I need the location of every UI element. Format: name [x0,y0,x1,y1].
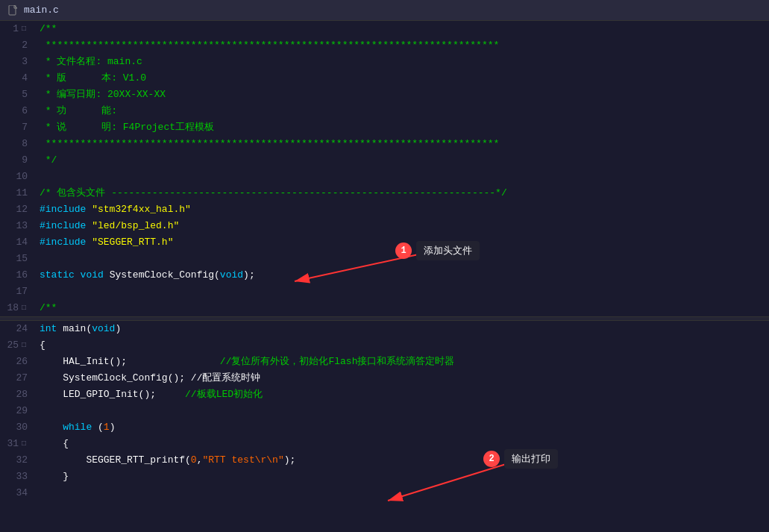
token: #include [40,204,92,215]
token: } [40,471,69,482]
token: ); [284,454,296,466]
line-code: #include "led/bsp_led.h" [34,218,769,234]
token: ) [110,422,116,433]
token: int [40,323,57,334]
code-line: 17 [0,284,769,300]
token: * 版 本: V1.0 [40,72,146,84]
line-number: 33 [0,469,34,485]
line-number: 10 [0,169,34,185]
line-code: * 功 能: [34,103,769,119]
token: ); [243,269,255,281]
code-line: 11/* 包含头文件 -----------------------------… [0,185,769,201]
token: { [40,438,69,449]
line-number: 1□ [0,21,34,37]
annotation-ann2: 2输出打印 [483,449,558,469]
code-line: 5 * 编写日期: 20XX-XX-XX [0,87,769,103]
line-code: /** [34,21,769,37]
code-line: 6 * 功 能: [0,103,769,119]
line-code: /* 包含头文件 -------------------------------… [34,185,769,201]
code-line: 32 SEGGER_RTT_printf(0,"RTT test\r\n"); [0,452,769,469]
line-code: { [34,337,769,354]
annotation-label: 添加头文件 [416,241,480,260]
line-number: 3 [0,54,34,70]
line-number: 5 [0,87,34,103]
token: SystemClock_Config( [104,269,220,281]
code-line: 1□/** [0,21,769,37]
line-code: SEGGER_RTT_printf(0,"RTT test\r\n"); [34,452,769,469]
line-code [34,485,769,501]
token: //板载LED初始化 [185,389,263,400]
line-number: 2 [0,37,34,54]
line-number: 31□ [0,436,34,452]
code-line: 28 LED_GPIO_Init(); //板载LED初始化 [0,387,769,403]
annotation-badge: 1 [395,242,412,259]
line-number: 6 [0,103,34,119]
collapse-icon[interactable]: □ [20,440,28,448]
token: "RTT test\r\n" [202,454,283,466]
code-line: 8 **************************************… [0,136,769,152]
token: */ [40,154,57,166]
code-line: 33 } [0,469,769,485]
line-code: LED_GPIO_Init(); //板载LED初始化 [34,387,769,403]
code-line: 27 SystemClock_Config(); //配置系统时钟 [0,370,769,387]
title-bar: main.c [0,0,769,21]
token: SEGGER_RTT_printf( [40,454,191,466]
token: LED_GPIO_Init(); [40,389,185,400]
token: while [63,422,92,433]
line-number: 29 [0,403,34,419]
line-number: 11 [0,185,34,201]
token: "stm32f4xx_hal.h" [92,204,191,215]
line-number: 27 [0,370,34,387]
collapse-icon[interactable]: □ [20,304,28,312]
token: /** [40,302,57,313]
code-line: 12#include "stm32f4xx_hal.h" [0,201,769,218]
code-line: 9 */ [0,152,769,169]
line-number: 18□ [0,300,34,316]
token: static [40,269,81,281]
token: * 功 能: [40,105,117,116]
code-area[interactable]: 1□/**2 *********************************… [0,21,769,532]
line-code: } [34,469,769,485]
line-number: 26 [0,354,34,370]
token: 1 [104,422,110,433]
line-code: while (1) [34,419,769,436]
token: HAL_Init(); [40,356,127,367]
line-number: 17 [0,284,34,300]
line-code: static void SystemClock_Config(void); [34,267,769,284]
line-number: 14 [0,234,34,251]
code-line: 14#include "SEGGER_RTT.h" [0,234,769,251]
line-code: HAL_Init(); //复位所有外设，初始化Flash接口和系统滴答定时器 [34,354,769,370]
file-icon [7,4,19,16]
code-line: 29 [0,403,769,419]
token: "led/bsp_led.h" [92,220,179,231]
code-line: 13#include "led/bsp_led.h" [0,218,769,234]
code-line: 2 **************************************… [0,37,769,54]
line-number: 8 [0,136,34,152]
line-code: * 版 本: V1.0 [34,70,769,87]
line-code: /** [34,300,769,316]
line-number: 34 [0,485,34,501]
line-code: * 说 明: F4Project工程模板 [34,119,769,136]
line-code: ****************************************… [34,37,769,54]
line-code: * 编写日期: 20XX-XX-XX [34,87,769,103]
token: #include [40,237,92,248]
line-number: 12 [0,201,34,218]
token: ****************************************… [40,40,499,51]
line-code: #include "stm32f4xx_hal.h" [34,201,769,218]
line-number: 28 [0,387,34,403]
line-code: ****************************************… [34,136,769,152]
collapse-icon[interactable]: □ [20,25,28,33]
line-number: 7 [0,119,34,136]
code-line: 15 [0,251,769,267]
code-line: 10 [0,169,769,185]
line-code: { [34,436,769,452]
token: ) [115,323,121,334]
code-line: 3 * 文件名程: main.c [0,54,769,70]
code-line: 31□ { [0,436,769,452]
line-code: */ [34,152,769,169]
annotation-ann1: 1添加头文件 [395,241,480,260]
collapse-icon[interactable]: □ [20,342,28,349]
token: ****************************************… [40,138,499,149]
line-number: 16 [0,267,34,284]
line-number: 25□ [0,337,34,354]
